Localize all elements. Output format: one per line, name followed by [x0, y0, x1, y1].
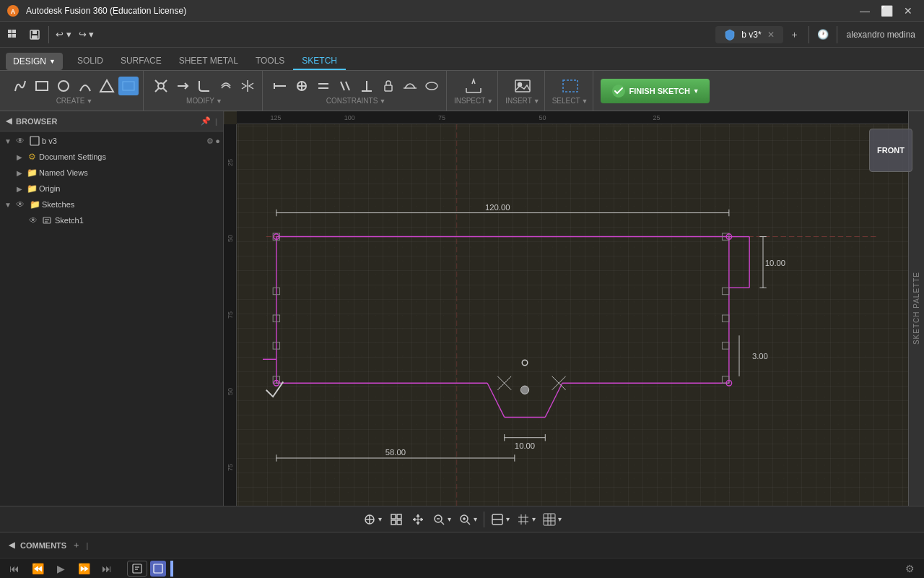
display-settings-btn[interactable]: ▾: [488, 509, 513, 530]
root-settings-icon[interactable]: ⚙: [206, 137, 214, 146]
fillet-tool-btn[interactable]: [194, 77, 214, 95]
tab-surface[interactable]: SURFACE: [112, 53, 170, 70]
finish-sketch-button[interactable]: FINISH SKETCH ▼: [601, 79, 710, 103]
comments-expand-icon[interactable]: ◀: [9, 540, 14, 550]
svg-rect-2: [8, 30, 12, 33]
svg-rect-99: [391, 514, 396, 519]
history-button[interactable]: 🕐: [813, 25, 833, 45]
trim-tool-btn[interactable]: [151, 77, 171, 95]
tree-item-sketch1[interactable]: ▶ 👁 Sketch1: [0, 212, 223, 228]
browser-pin-icon[interactable]: 📌: [201, 116, 211, 126]
play-button[interactable]: ▶: [52, 561, 69, 577]
undo-button[interactable]: ↩ ▾: [53, 25, 74, 45]
close-button[interactable]: ✕: [898, 2, 918, 20]
inspect-group: INSPECT ▼: [450, 71, 498, 111]
perpendicular-constraint-btn[interactable]: [357, 77, 377, 95]
redo-button[interactable]: ↪ ▾: [76, 25, 97, 45]
line-tool-btn[interactable]: [10, 77, 30, 95]
grid-button[interactable]: [3, 25, 23, 45]
pan-btn[interactable]: [408, 509, 428, 530]
zoom-btn[interactable]: ▾: [430, 509, 454, 530]
tree-item-doc-settings[interactable]: ▶ ⚙ Document Settings: [0, 149, 223, 165]
finish-sketch-caret-icon: ▼: [693, 87, 699, 95]
sketches-eye-icon[interactable]: 👁: [14, 199, 26, 210]
comments-divider: |: [86, 541, 88, 550]
design-mode-button[interactable]: DESIGN ▼: [6, 53, 63, 70]
frame-icon: [127, 561, 147, 577]
tab-sketch[interactable]: SKETCH: [293, 53, 346, 70]
new-tab-button[interactable]: ＋: [785, 25, 805, 45]
equal-constraint-btn[interactable]: [313, 77, 334, 95]
tab-solid[interactable]: SOLID: [69, 53, 112, 70]
svg-rect-9: [36, 82, 48, 90]
comments-panel: ◀ COMMENTS ＋ |: [0, 532, 924, 558]
named-views-arrow-icon: ▶: [14, 169, 25, 177]
constraints-caret-icon: ▼: [379, 98, 385, 105]
create-label: CREATE ▼: [56, 97, 93, 105]
view-cube[interactable]: FRONT: [869, 129, 912, 172]
horizontal-constraint-btn[interactable]: [270, 77, 290, 95]
rect-tool-btn[interactable]: [32, 77, 52, 95]
main-layout: ◀ BROWSER 📌 | ▼ 👁 b v3 ⚙ ● ▶ ⚙ Document: [0, 111, 924, 506]
last-frame-button[interactable]: ⏭: [98, 561, 116, 577]
grid-settings-btn[interactable]: ▾: [514, 509, 539, 530]
next-frame-button[interactable]: ⏩: [75, 561, 92, 577]
finish-sketch-group: FINISH SKETCH ▼: [596, 71, 714, 111]
maximize-button[interactable]: ⬜: [876, 2, 897, 20]
tree-item-named-views[interactable]: ▶ 📁 Named Views: [0, 165, 223, 181]
minimize-button[interactable]: —: [855, 2, 875, 20]
doc-settings-arrow-icon: ▶: [14, 153, 25, 161]
zoom-fit-btn[interactable]: ▾: [456, 509, 480, 530]
snap-btn[interactable]: ▾: [360, 509, 385, 530]
insert-image-btn[interactable]: [513, 77, 533, 95]
modify-group: MODIFY ▼: [147, 71, 263, 111]
circle-tool-btn[interactable]: [53, 77, 74, 95]
comments-add-icon[interactable]: ＋: [72, 540, 80, 551]
grid-display-btn[interactable]: [386, 509, 406, 530]
view-grid-btn[interactable]: ▾: [540, 509, 565, 530]
offset-tool-btn[interactable]: [216, 77, 236, 95]
svg-point-30: [426, 82, 437, 90]
tab-sheet-metal[interactable]: SHEET METAL: [170, 53, 247, 70]
polygon-tool-btn[interactable]: [118, 77, 139, 95]
tree-item-origin[interactable]: ▶ 📁 Origin: [0, 181, 223, 197]
save-button[interactable]: [25, 25, 45, 45]
first-frame-button[interactable]: ⏮: [6, 561, 23, 577]
root-eye-icon[interactable]: 👁: [14, 135, 26, 147]
parallel-constraint-btn[interactable]: [335, 77, 355, 95]
svg-text:120.00: 120.00: [485, 203, 510, 212]
tab-tools[interactable]: TOOLS: [247, 53, 293, 70]
arc-tool-btn[interactable]: [75, 77, 95, 95]
browser-collapse-icon[interactable]: ◀: [6, 116, 12, 126]
tangent-constraint-btn[interactable]: [400, 77, 420, 95]
ellipse-tool-btn[interactable]: [422, 77, 442, 95]
sketch1-eye-icon[interactable]: 👁: [27, 215, 39, 226]
select-btn[interactable]: [560, 77, 580, 95]
sketch-canvas: 120.00 10.00 3.00 10.00 58.00: [237, 124, 908, 506]
triangle-tool-btn[interactable]: [97, 77, 117, 95]
doc-tab-name: b v3*: [741, 30, 761, 40]
lock-constraint-btn[interactable]: [378, 77, 398, 95]
svg-line-24: [341, 82, 344, 90]
browser-header: ◀ BROWSER 📌 |: [0, 111, 223, 131]
coincident-constraint-btn[interactable]: [292, 77, 312, 95]
prev-frame-button[interactable]: ⏪: [29, 561, 46, 577]
svg-rect-4: [8, 34, 12, 38]
svg-rect-121: [133, 564, 141, 573]
sketch-palette-label: SKETCH PALETTE: [912, 272, 920, 345]
root-visible-icon[interactable]: ●: [215, 137, 220, 145]
svg-rect-7: [32, 30, 37, 34]
tree-item-sketches[interactable]: ▼ 👁 📁 Sketches: [0, 197, 223, 212]
tree-item-root[interactable]: ▼ 👁 b v3 ⚙ ●: [0, 133, 223, 149]
extend-tool-btn[interactable]: [173, 77, 193, 95]
mirror-tool-btn[interactable]: [237, 77, 258, 95]
view-cube-front[interactable]: FRONT: [869, 129, 912, 172]
sketch1-icon: [42, 215, 53, 226]
mode-tabs: DESIGN ▼ SOLID SURFACE SHEET METAL TOOLS…: [0, 48, 924, 71]
root-component-icon: [29, 135, 40, 147]
canvas-area[interactable]: FRONT SKETCH PALETTE: [224, 111, 924, 506]
measure-tool-btn[interactable]: [463, 77, 484, 95]
settings-button[interactable]: ⚙: [901, 561, 918, 577]
viewport-toolbar: ▾ ▾ ▾ ▾ ▾ ▾: [0, 506, 924, 532]
doc-tab-close[interactable]: ✕: [767, 30, 775, 40]
